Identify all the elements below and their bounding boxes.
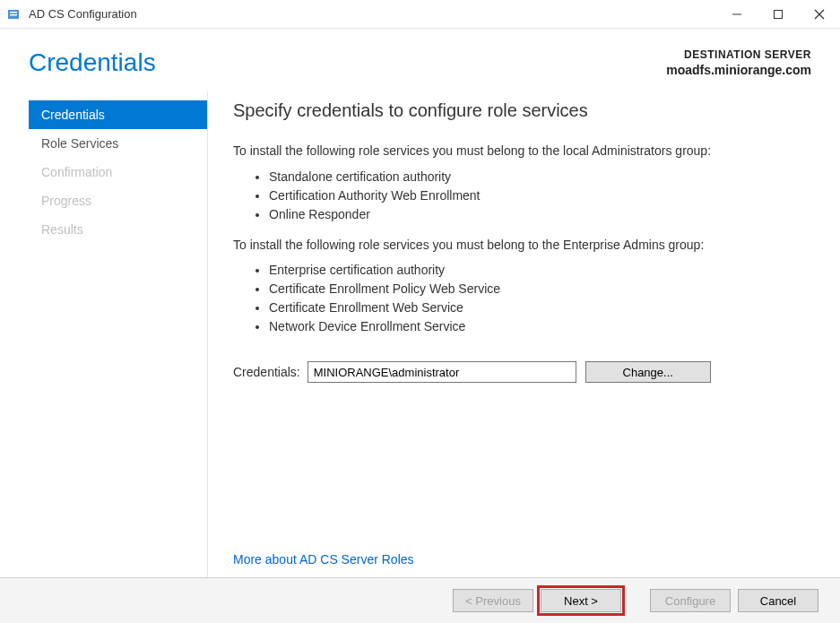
enterprise-admins-text: To install the following role services y…: [233, 237, 811, 255]
sidebar-item-role-services[interactable]: Role Services: [29, 129, 207, 158]
configure-button: Configure: [650, 589, 731, 612]
svg-rect-1: [10, 12, 17, 13]
titlebar: AD CS Configuration: [0, 0, 840, 29]
previous-button: < Previous: [453, 589, 533, 612]
wizard-sidebar: Credentials Role Services Confirmation P…: [29, 91, 208, 577]
local-admins-text: To install the following role services y…: [233, 143, 811, 160]
cancel-button[interactable]: Cancel: [738, 589, 818, 612]
next-button[interactable]: Next >: [541, 589, 621, 612]
svg-rect-4: [775, 10, 783, 18]
sidebar-item-credentials[interactable]: Credentials: [29, 100, 207, 129]
list-item: Online Responder: [269, 205, 811, 224]
svg-rect-2: [10, 14, 17, 16]
list-item: Certification Authority Web Enrollment: [269, 186, 811, 205]
change-button[interactable]: Change...: [585, 361, 711, 383]
close-button[interactable]: [799, 0, 840, 28]
destination-server-label: DESTINATION SERVER: [666, 48, 811, 61]
credentials-row: Credentials: Change...: [233, 361, 811, 383]
body: Credentials Role Services Confirmation P…: [0, 91, 840, 577]
enterprise-admins-list: Enterprise certification authority Certi…: [269, 261, 811, 336]
window-title: AD CS Configuration: [29, 7, 716, 21]
list-item: Standalone certification authority: [269, 168, 811, 186]
list-item: Certificate Enrollment Web Service: [269, 299, 811, 317]
header: Credentials DESTINATION SERVER moadfs.mi…: [0, 29, 840, 91]
more-about-link[interactable]: More about AD CS Server Roles: [233, 552, 811, 567]
list-item: Network Device Enrollment Service: [269, 317, 811, 336]
button-spacer: [628, 589, 643, 612]
sidebar-item-confirmation: Confirmation: [29, 158, 207, 186]
main-subheading: Specify credentials to configure role se…: [233, 100, 811, 121]
wizard-footer: < Previous Next > Configure Cancel: [0, 577, 840, 623]
destination-server-block: DESTINATION SERVER moadfs.miniorange.com: [666, 48, 811, 77]
sidebar-item-progress: Progress: [29, 186, 207, 215]
maximize-button[interactable]: [758, 0, 799, 28]
credentials-label: Credentials:: [233, 365, 300, 379]
app-icon: [7, 7, 22, 22]
credentials-input[interactable]: [307, 361, 576, 383]
list-item: Certificate Enrollment Policy Web Servic…: [269, 280, 811, 299]
minimize-button[interactable]: [716, 0, 758, 28]
list-item: Enterprise certification authority: [269, 261, 811, 280]
main-panel: Specify credentials to configure role se…: [208, 91, 811, 577]
local-admins-list: Standalone certification authority Certi…: [269, 168, 811, 224]
destination-server-value: moadfs.miniorange.com: [666, 63, 811, 77]
sidebar-item-results: Results: [29, 215, 207, 244]
page-heading: Credentials: [29, 48, 156, 91]
window-controls: [716, 0, 840, 28]
